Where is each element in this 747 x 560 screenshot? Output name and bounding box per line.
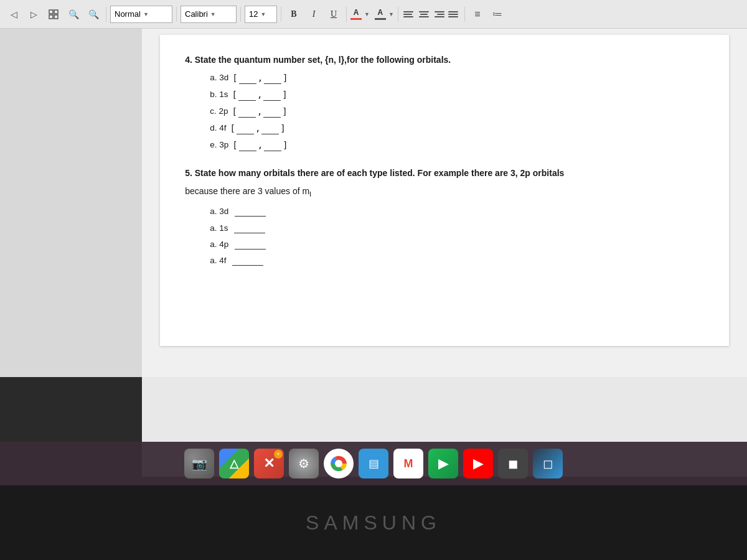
font-color-label: A	[354, 8, 359, 17]
q5-4f-blank[interactable]	[232, 256, 263, 266]
unordered-list-icon[interactable]: ≡	[469, 6, 486, 23]
q4-b-bracket: [ , ]	[232, 88, 287, 101]
bold-button[interactable]: B	[285, 6, 303, 23]
taskbar-settings-icon[interactable]: ⚙	[289, 449, 319, 478]
q4-c-bracket: [ , ]	[232, 105, 287, 118]
size-dropdown[interactable]: 12 ▼	[245, 6, 277, 23]
taskbar-tv-icon[interactable]: ◻	[533, 449, 563, 478]
search-icon[interactable]: 🔍	[65, 6, 82, 23]
q4-a-label: a. 3d	[210, 72, 228, 84]
q5-item-4f: a. 4f	[210, 254, 704, 267]
q4-b-label: b. 1s	[210, 88, 228, 101]
q4-e-label: e. 3p	[210, 139, 228, 151]
font-label: Calibri	[185, 9, 208, 19]
q4-e-l[interactable]	[264, 140, 281, 151]
highlight-color-arrow[interactable]: ▼	[388, 11, 394, 17]
q5-1s-label: a. 1s	[210, 222, 228, 235]
taskbar-drive-icon[interactable]: △	[219, 449, 249, 478]
q4-c-n[interactable]	[238, 106, 256, 118]
left-panel	[0, 29, 142, 377]
taskbar-files-icon[interactable]: ▤	[359, 449, 388, 478]
align-left-button[interactable]	[402, 7, 416, 21]
q5-4p-blank[interactable]	[235, 240, 266, 250]
style-arrow: ▼	[143, 11, 149, 17]
q4-number: 4.	[185, 55, 192, 65]
q4-e-bracket: [ , ]	[232, 139, 288, 152]
separator2	[176, 7, 177, 22]
samsung-area: SAMSUNG	[0, 485, 747, 560]
font-color-bar	[350, 18, 362, 20]
svg-rect-0	[49, 10, 53, 14]
q4-items: a. 3d [ , ] b. 1s [ ,	[210, 72, 704, 152]
svg-rect-2	[49, 15, 53, 19]
align-center-button[interactable]	[417, 7, 431, 21]
underline-button[interactable]: U	[325, 6, 342, 23]
font-color-arrow[interactable]: ▼	[364, 11, 370, 17]
q4-d-l[interactable]	[261, 123, 279, 134]
separator7	[464, 7, 465, 22]
question4-title: 4. State the quantum number set, {n, l},…	[185, 54, 704, 67]
size-arrow: ▼	[260, 11, 266, 17]
svg-rect-3	[54, 15, 58, 19]
font-color-button[interactable]: A	[350, 8, 362, 20]
taskbar-youtube-icon[interactable]: ▶	[463, 449, 493, 478]
q5-1s-blank[interactable]	[234, 223, 265, 233]
back-icon[interactable]: ◁	[5, 6, 22, 23]
q4-item-a: a. 3d [ , ]	[210, 72, 704, 85]
q4-item-e: e. 3p [ , ]	[210, 139, 704, 152]
font-arrow: ▼	[210, 11, 216, 17]
style-label: Normal	[115, 9, 141, 19]
italic-button[interactable]: I	[305, 6, 322, 23]
q4-c-l[interactable]	[263, 106, 281, 118]
q5-item-3d: a. 3d	[210, 205, 704, 218]
separator4	[281, 7, 281, 22]
q4-item-b: b. 1s [ , ]	[210, 88, 704, 101]
document-area: 4. State the quantum number set, {n, l},…	[142, 29, 747, 377]
highlight-color-button[interactable]: A	[375, 8, 386, 20]
q5-4p-label: a. 4p	[210, 238, 228, 251]
q4-a-n[interactable]	[239, 73, 256, 84]
samsung-brand: SAMSUNG	[306, 511, 441, 534]
q5-3d-label: a. 3d	[210, 205, 228, 218]
highlight-color-bar	[375, 18, 386, 20]
q5-4f-label: a. 4f	[210, 254, 226, 267]
align-right-button[interactable]	[432, 7, 446, 21]
taskbar: 📷 △ ✕ + ⚙ ▤ M ▶ ▶ ◼ ◻	[0, 442, 747, 485]
separator1	[106, 7, 106, 22]
q4-d-n[interactable]	[237, 123, 254, 134]
size-label: 12	[249, 9, 258, 19]
q4-d-bracket: [ , ]	[230, 122, 285, 135]
q4-b-n[interactable]	[238, 90, 256, 101]
taskbar-plus-icon[interactable]: ✕ +	[254, 449, 284, 478]
taskbar-gmail-icon[interactable]: M	[393, 449, 423, 478]
align-justify-button[interactable]	[447, 7, 461, 21]
question5-title: 5. State how many orbitals there are of …	[185, 167, 704, 180]
taskbar-chrome-icon[interactable]	[324, 449, 354, 478]
search2-icon[interactable]: 🔍	[85, 6, 102, 23]
q4-e-n[interactable]	[239, 140, 256, 151]
svg-point-5	[335, 460, 342, 467]
svg-rect-1	[54, 10, 58, 14]
separator6	[398, 7, 398, 22]
q4-a-l[interactable]	[264, 73, 281, 84]
font-dropdown[interactable]: Calibri ▼	[181, 6, 237, 23]
taskbar-camera-icon[interactable]: 📷	[184, 449, 214, 478]
q4-c-label: c. 2p	[210, 105, 228, 118]
q5-3d-blank[interactable]	[235, 207, 266, 217]
style-dropdown[interactable]: Normal ▼	[110, 6, 172, 23]
align-group	[402, 7, 461, 21]
forward-icon[interactable]: ▷	[25, 6, 42, 23]
taskbar-stop-icon[interactable]: ◼	[498, 449, 528, 478]
q5-item-1s: a. 1s	[210, 222, 704, 235]
q5-number: 5.	[185, 168, 192, 178]
separator3	[240, 7, 241, 22]
grid-icon[interactable]	[45, 6, 62, 23]
ordered-list-icon[interactable]: ≔	[489, 6, 506, 23]
q5-text: State how many orbitals there are of eac…	[192, 168, 565, 178]
document-page: 4. State the quantum number set, {n, l},…	[160, 35, 729, 346]
taskbar-play-icon[interactable]: ▶	[428, 449, 458, 478]
toolbar: ◁ ▷ 🔍 🔍 Normal ▼ Calibri ▼ 12 ▼ B I U A	[0, 0, 747, 29]
highlight-color-label: A	[378, 8, 383, 17]
q4-b-l[interactable]	[263, 90, 281, 101]
q4-text: State the quantum number set, {n, l},for…	[192, 55, 451, 65]
